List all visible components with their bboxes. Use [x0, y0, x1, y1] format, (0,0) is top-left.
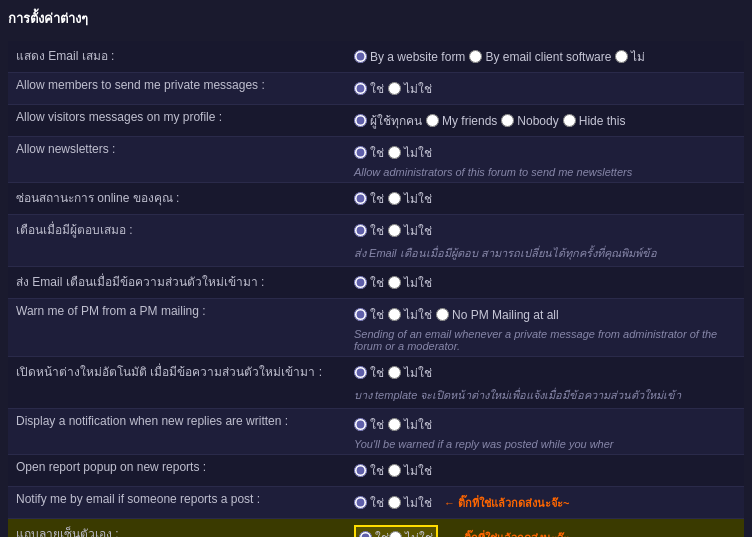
radio-email_notify-yes[interactable] — [354, 276, 367, 289]
radio-option-email_notify-1[interactable]: ไม่ใช่ — [388, 273, 432, 292]
radio-allow_visitors-friends[interactable] — [426, 114, 439, 127]
radio-label-email_notify-1: ไม่ใช่ — [404, 273, 432, 292]
radio-allow_newsletters-yes[interactable] — [354, 146, 367, 159]
radio-online_status-no[interactable] — [388, 192, 401, 205]
radio-option-show_sig-0[interactable]: ใช่ — [359, 528, 389, 537]
radio-open_report-yes[interactable] — [354, 464, 367, 477]
radio-option-show_sig-1[interactable]: ไม่ใช่ — [389, 528, 433, 537]
radio-option-warn_pm-1[interactable]: ไม่ใช่ — [388, 305, 432, 324]
radio-option-allow_visitors-3[interactable]: Hide this — [563, 114, 626, 128]
radio-label-allow_visitors-2: Nobody — [517, 114, 558, 128]
setting-control-email_notify: ใช่ไม่ใช่ — [348, 267, 744, 299]
setting-control-online_status: ใช่ไม่ใช่ — [348, 183, 744, 215]
radio-notify_email_report-yes[interactable] — [354, 496, 367, 509]
setting-label-allow_visitors: Allow visitors messages on my profile : — [8, 105, 348, 137]
radio-label-allow_newsletters-0: ใช่ — [370, 143, 384, 162]
setting-label-open_report: Open report popup on new reports : — [8, 455, 348, 487]
radio-option-email_show-2[interactable]: ไม่ — [615, 47, 645, 66]
setting-control-email_show: By a website formBy email client softwar… — [348, 41, 744, 73]
radio-option-notify_email_report-0[interactable]: ใช่ — [354, 493, 384, 512]
radio-option-online_status-1[interactable]: ไม่ใช่ — [388, 189, 432, 208]
radio-option-popup_notify-1[interactable]: ไม่ใช่ — [388, 363, 432, 382]
setting-control-display_notify: ใช่ไม่ใช่You'll be warned if a reply was… — [348, 409, 744, 455]
radio-option-warn_pm-0[interactable]: ใช่ — [354, 305, 384, 324]
radio-allow_visitors-hide[interactable] — [563, 114, 576, 127]
radio-option-popup_notify-0[interactable]: ใช่ — [354, 363, 384, 382]
radio-notify_reply-no[interactable] — [388, 224, 401, 237]
radio-label-allow_visitors-0: ผู้ใช้ทุกคน — [370, 111, 422, 130]
radio-display_notify-yes[interactable] — [354, 418, 367, 431]
setting-note-allow_newsletters: Allow administrators of this forum to se… — [354, 166, 738, 178]
setting-label-allow_newsletters: Allow newsletters : — [8, 137, 348, 183]
annotation-text-notify_email_report: ← ติ๊กที่ใช่แล้วกดส่งนะจ๊ะ~ — [444, 494, 569, 512]
radio-option-warn_pm-2[interactable]: No PM Mailing at all — [436, 308, 559, 322]
setting-control-notify_reply: ใช่ไม่ใช่ส่ง Email เตือนเมื่อมีผู้ตอบ สา… — [348, 215, 744, 267]
setting-control-allow_newsletters: ใช่ไม่ใช่Allow administrators of this fo… — [348, 137, 744, 183]
radio-online_status-yes[interactable] — [354, 192, 367, 205]
radio-email_notify-no[interactable] — [388, 276, 401, 289]
annotation-text: ← ติ๊กที่ใช่แล้วกดส่งนะจ๊ะ~ — [450, 529, 575, 538]
radio-allow_visitors-nobody[interactable] — [501, 114, 514, 127]
setting-label-email_notify: ส่ง Email เตือนเมื่อมีข้อความส่วนตัวใหม่… — [8, 267, 348, 299]
setting-control-warn_pm: ใช่ไม่ใช่No PM Mailing at allSending of … — [348, 299, 744, 357]
radio-notify_email_report-no[interactable] — [388, 496, 401, 509]
radio-option-display_notify-0[interactable]: ใช่ — [354, 415, 384, 434]
radio-label-email_show-1: By email client software — [485, 50, 611, 64]
setting-control-allow_pm: ใช่ไม่ใช่ — [348, 73, 744, 105]
radio-label-online_status-0: ใช่ — [370, 189, 384, 208]
radio-option-open_report-1[interactable]: ไม่ใช่ — [388, 461, 432, 480]
radio-allow_newsletters-no[interactable] — [388, 146, 401, 159]
radio-display_notify-no[interactable] — [388, 418, 401, 431]
page-title: การตั้งค่าต่างๆ — [8, 8, 744, 33]
radio-option-allow_visitors-1[interactable]: My friends — [426, 114, 497, 128]
radio-label-display_notify-1: ไม่ใช่ — [404, 415, 432, 434]
radio-label-show_sig-0: ใช่ — [375, 528, 389, 537]
setting-label-email_show: แสดง Email เสมอ : — [8, 41, 348, 73]
radio-notify_reply-yes[interactable] — [354, 224, 367, 237]
radio-popup_notify-no[interactable] — [388, 366, 401, 379]
radio-label-open_report-0: ใช่ — [370, 461, 384, 480]
radio-option-notify_reply-1[interactable]: ไม่ใช่ — [388, 221, 432, 240]
radio-option-allow_pm-0[interactable]: ใช่ — [354, 79, 384, 98]
radio-option-allow_visitors-0[interactable]: ผู้ใช้ทุกคน — [354, 111, 422, 130]
radio-label-notify_email_report-1: ไม่ใช่ — [404, 493, 432, 512]
radio-allow_visitors-all[interactable] — [354, 114, 367, 127]
setting-label-notify_email_report: Notify me by email if someone reports a … — [8, 487, 348, 519]
radio-option-email_show-0[interactable]: By a website form — [354, 50, 465, 64]
radio-option-notify_email_report-1[interactable]: ไม่ใช่ — [388, 493, 432, 512]
radio-label-notify_reply-0: ใช่ — [370, 221, 384, 240]
radio-show_sig-yes[interactable] — [359, 531, 372, 537]
radio-label-allow_pm-0: ใช่ — [370, 79, 384, 98]
radio-email_show-no[interactable] — [615, 50, 628, 63]
radio-label-display_notify-0: ใช่ — [370, 415, 384, 434]
setting-label-display_notify: Display a notification when new replies … — [8, 409, 348, 455]
radio-option-allow_pm-1[interactable]: ไม่ใช่ — [388, 79, 432, 98]
radio-email_show-client[interactable] — [469, 50, 482, 63]
radio-label-popup_notify-0: ใช่ — [370, 363, 384, 382]
setting-control-allow_visitors: ผู้ใช้ทุกคนMy friendsNobodyHide this — [348, 105, 744, 137]
radio-option-notify_reply-0[interactable]: ใช่ — [354, 221, 384, 240]
setting-label-show_sig: แถบลายเซ็นตัวเอง : — [8, 519, 348, 538]
radio-option-open_report-0[interactable]: ใช่ — [354, 461, 384, 480]
highlight-box-show_sig: ใช่ไม่ใช่ — [354, 525, 438, 537]
radio-popup_notify-yes[interactable] — [354, 366, 367, 379]
radio-option-email_notify-0[interactable]: ใช่ — [354, 273, 384, 292]
radio-warn_pm-none[interactable] — [436, 308, 449, 321]
radio-show_sig-no[interactable] — [389, 531, 402, 537]
radio-option-allow_newsletters-0[interactable]: ใช่ — [354, 143, 384, 162]
radio-option-allow_visitors-2[interactable]: Nobody — [501, 114, 558, 128]
setting-control-popup_notify: ใช่ไม่ใช่บาง template จะเปิดหน้าต่างใหม่… — [348, 357, 744, 409]
radio-email_show-website[interactable] — [354, 50, 367, 63]
setting-note-warn_pm: Sending of an email whenever a private m… — [354, 328, 738, 352]
radio-allow_pm-no[interactable] — [388, 82, 401, 95]
radio-allow_pm-yes[interactable] — [354, 82, 367, 95]
radio-warn_pm-no[interactable] — [388, 308, 401, 321]
radio-option-email_show-1[interactable]: By email client software — [469, 50, 611, 64]
radio-label-email_notify-0: ใช่ — [370, 273, 384, 292]
radio-open_report-no[interactable] — [388, 464, 401, 477]
setting-control-notify_email_report: ใช่ไม่ใช่← ติ๊กที่ใช่แล้วกดส่งนะจ๊ะ~ — [348, 487, 744, 519]
radio-warn_pm-yes[interactable] — [354, 308, 367, 321]
radio-option-display_notify-1[interactable]: ไม่ใช่ — [388, 415, 432, 434]
radio-option-allow_newsletters-1[interactable]: ไม่ใช่ — [388, 143, 432, 162]
radio-option-online_status-0[interactable]: ใช่ — [354, 189, 384, 208]
